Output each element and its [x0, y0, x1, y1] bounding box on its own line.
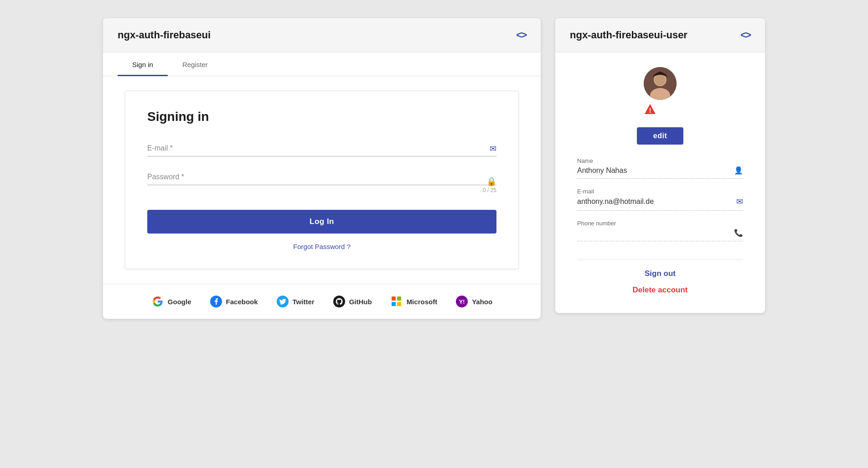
google-label: Google	[168, 298, 191, 306]
name-value: Anthony Nahas	[577, 166, 627, 175]
tab-signin[interactable]: Sign in	[118, 52, 168, 76]
email-field-group: ✉	[147, 140, 496, 156]
lock-icon: 🔒	[486, 177, 496, 187]
svg-point-6	[655, 74, 666, 85]
twitter-signin-button[interactable]: Twitter	[276, 295, 315, 308]
google-logo	[151, 295, 164, 308]
google-signin-button[interactable]: Google	[151, 295, 191, 308]
email-icon: ✉	[736, 197, 743, 207]
twitter-logo	[276, 295, 289, 308]
name-label: Name	[577, 157, 743, 164]
phone-label: Phone number	[577, 220, 743, 227]
email-label: E-mail	[577, 188, 743, 195]
github-signin-button[interactable]: GitHub	[333, 295, 372, 308]
email-row: anthony.na@hotmail.de ✉	[577, 197, 743, 211]
social-bar: Google Facebook Twitter	[103, 284, 541, 319]
email-value: anthony.na@hotmail.de	[577, 198, 654, 206]
person-icon: 👤	[734, 166, 743, 175]
char-count: 0 / 25	[147, 187, 496, 193]
yahoo-signin-button[interactable]: Y! Yahoo	[455, 295, 492, 308]
user-fields: Name Anthony Nahas 👤 E-mail anthony.na@h…	[577, 157, 743, 250]
left-panel: ngx-auth-firebaseui <> Sign in Register …	[103, 18, 541, 319]
name-row: Anthony Nahas 👤	[577, 166, 743, 179]
microsoft-logo	[390, 295, 403, 308]
tabs: Sign in Register	[103, 52, 541, 76]
phone-row: 📞	[577, 229, 743, 241]
email-icon: ✉	[490, 144, 496, 154]
right-panel-title: ngx-auth-firebaseui-user	[570, 29, 687, 41]
facebook-label: Facebook	[226, 298, 258, 306]
login-button[interactable]: Log In	[147, 210, 496, 234]
right-header: ngx-auth-firebaseui-user <>	[555, 18, 765, 52]
divider	[577, 260, 743, 260]
warning-icon: !	[644, 103, 677, 118]
sign-out-button[interactable]: Sign out	[577, 269, 743, 278]
svg-text:!: !	[649, 107, 651, 114]
facebook-signin-button[interactable]: Facebook	[210, 295, 258, 308]
password-input[interactable]	[147, 169, 496, 185]
password-field-group: 🔒 0 / 25	[147, 169, 496, 193]
microsoft-signin-button[interactable]: Microsoft	[390, 295, 438, 308]
yahoo-label: Yahoo	[472, 298, 492, 306]
github-logo	[333, 295, 346, 308]
email-input[interactable]	[147, 140, 496, 156]
signin-heading: Signing in	[147, 109, 496, 124]
svg-point-2	[333, 296, 345, 307]
user-content: ! edit Name Anthony Nahas 👤 E-mail antho…	[555, 52, 765, 313]
email-field: E-mail anthony.na@hotmail.de ✉	[577, 188, 743, 211]
name-field: Name Anthony Nahas 👤	[577, 157, 743, 179]
github-label: GitHub	[349, 298, 372, 306]
right-panel: ngx-auth-firebaseui-user <>	[555, 18, 765, 313]
phone-icon: 📞	[734, 229, 743, 237]
forgot-password-link[interactable]: Forgot Password ?	[147, 243, 496, 250]
phone-field: Phone number 📞	[577, 220, 743, 241]
yahoo-logo: Y!	[455, 295, 468, 308]
signin-area: Signing in ✉ 🔒 0 / 25 Log In Forgot Pass…	[103, 76, 541, 284]
left-header: ngx-auth-firebaseui <>	[103, 18, 541, 52]
left-panel-title: ngx-auth-firebaseui	[118, 29, 211, 41]
edit-button[interactable]: edit	[637, 127, 683, 145]
twitter-label: Twitter	[293, 298, 315, 306]
facebook-logo	[210, 295, 222, 308]
signin-card: Signing in ✉ 🔒 0 / 25 Log In Forgot Pass…	[125, 91, 519, 269]
avatar-image	[644, 67, 677, 100]
tab-register[interactable]: Register	[168, 52, 222, 76]
avatar-wrapper: !	[644, 67, 677, 125]
delete-account-button[interactable]: Delete account	[577, 286, 743, 295]
avatar	[644, 67, 677, 100]
right-code-icon[interactable]: <>	[740, 29, 750, 41]
left-code-icon[interactable]: <>	[516, 29, 526, 41]
microsoft-label: Microsoft	[407, 298, 438, 306]
